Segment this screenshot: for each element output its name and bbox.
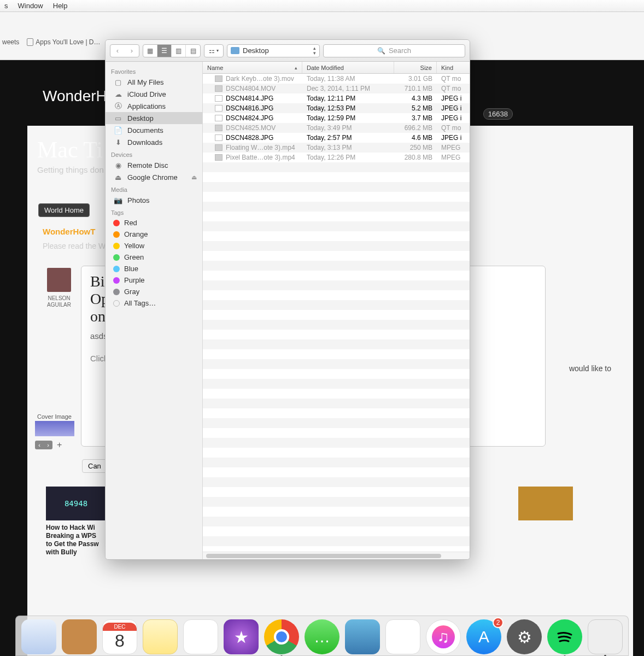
file-kind: QT mo — [437, 85, 470, 92]
sidebar-item-desktop[interactable]: ▭Desktop — [106, 112, 202, 124]
dock: DEC8★…♫A2⚙ — [15, 616, 629, 656]
tag-dot-icon — [113, 300, 120, 307]
file-icon — [215, 105, 223, 112]
file-size: 696.2 MB — [394, 124, 437, 132]
menu-item-help[interactable]: Help — [53, 2, 68, 10]
sidebar-item-all-my-files[interactable]: ▢All My Files — [106, 76, 202, 88]
sidebar-item-icloud-drive[interactable]: ☁iCloud Drive — [106, 88, 202, 100]
dock-app[interactable] — [588, 619, 623, 654]
sidebar-item-downloads[interactable]: ⬇Downloads — [106, 136, 202, 148]
horizontal-scrollbar[interactable] — [203, 552, 470, 559]
file-kind: MPEG — [437, 154, 470, 161]
dock-chrome[interactable] — [264, 619, 299, 654]
file-row[interactable]: DSCN4828.JPGToday, 2:57 PM4.6 MBJPEG i — [203, 133, 470, 143]
column-view-button[interactable]: ▥ — [172, 45, 186, 57]
download-icon: ⬇ — [113, 138, 123, 147]
arrange-button[interactable]: ⚏▾ — [204, 44, 224, 57]
cover-thumbnail[interactable] — [35, 421, 74, 436]
sidebar-item-green[interactable]: Green — [106, 251, 202, 263]
dock-messages[interactable]: … — [305, 619, 339, 654]
dock-notes[interactable] — [143, 619, 178, 654]
file-name: DSCN4814.JPG — [226, 95, 273, 102]
file-name: Pixel Batte…ote 3).mp4 — [226, 154, 295, 161]
cover-label: Cover Image — [37, 413, 72, 420]
file-row[interactable]: Pixel Batte…ote 3).mp4Today, 12:26 PM280… — [203, 153, 470, 162]
menu-item[interactable]: s — [4, 2, 8, 10]
tag-dot-icon — [113, 289, 120, 295]
back-button[interactable]: ‹ — [110, 45, 125, 57]
file-row[interactable]: DSCN4825.MOVToday, 3:49 PM696.2 MBQT mo — [203, 123, 470, 133]
dock-calendar[interactable]: DEC8 — [102, 619, 137, 654]
file-kind: MPEG — [437, 144, 470, 151]
world-home-button[interactable]: World Home — [38, 203, 90, 217]
bookmark-item[interactable]: weets — [2, 38, 19, 46]
dock-spotify[interactable] — [547, 619, 582, 654]
menu-item-window[interactable]: Window — [18, 2, 43, 10]
file-icon — [215, 95, 223, 102]
bookmark-item[interactable]: Apps You'll Love | D… — [27, 38, 100, 46]
dock-reminders[interactable] — [183, 619, 218, 654]
related-article-2[interactable] — [518, 487, 573, 520]
dock-pages[interactable] — [385, 619, 420, 654]
sidebar-item-purple[interactable]: Purple — [106, 274, 202, 286]
sidebar-item-gray[interactable]: Gray — [106, 286, 202, 297]
sidebar-item-all-tags-[interactable]: All Tags… — [106, 297, 202, 309]
sidebar-item-label: Photos — [127, 196, 149, 204]
search-input[interactable]: 🔍 Search — [323, 44, 465, 57]
dock-appstore[interactable]: A2 — [466, 619, 501, 654]
file-name: Floating W…ote 3).mp4 — [226, 144, 295, 151]
file-row[interactable]: DSCN4816.JPGToday, 12:53 PM5.2 MBJPEG i — [203, 103, 470, 113]
file-row[interactable]: DSCN4824.JPGToday, 12:59 PM3.7 MBJPEG i — [203, 113, 470, 123]
dock-area: DEC8★…♫A2⚙ — [0, 610, 644, 656]
column-name[interactable]: Name▴ — [203, 62, 302, 73]
sidebar-item-documents[interactable]: 📄Documents — [106, 124, 202, 136]
menubar[interactable]: s Window Help — [0, 0, 644, 12]
cover-pager[interactable]: ‹› + — [35, 440, 62, 450]
dock-mail[interactable] — [21, 619, 56, 654]
sidebar-item-yellow[interactable]: Yellow — [106, 240, 202, 251]
list-view-button[interactable]: ☰ — [157, 45, 172, 57]
sort-indicator-icon: ▴ — [295, 65, 297, 71]
coverflow-view-button[interactable]: ▤ — [186, 45, 200, 57]
sidebar-item-red[interactable]: Red — [106, 217, 202, 229]
column-kind[interactable]: Kind — [437, 62, 470, 73]
file-row[interactable]: Dark Keyb…ote 3).movToday, 11:38 AM3.01 … — [203, 74, 470, 84]
dock-imovie[interactable]: ★ — [224, 619, 259, 654]
cancel-button[interactable]: Can — [82, 459, 107, 473]
folder-icon — [231, 47, 239, 54]
scrollbar-thumb[interactable] — [206, 554, 441, 558]
dock-photobooth[interactable] — [345, 619, 380, 654]
sidebar-item-blue[interactable]: Blue — [106, 263, 202, 274]
dock-settings[interactable]: ⚙ — [507, 619, 542, 654]
calendar-month: DEC — [103, 623, 137, 631]
sidebar-item-label: Applications — [127, 102, 166, 110]
dock-contacts[interactable] — [62, 619, 97, 654]
file-row[interactable]: DSCN4814.JPGToday, 12:11 PM4.3 MBJPEG i — [203, 93, 470, 103]
file-row[interactable]: DSCN4804.MOVDec 3, 2014, 1:11 PM710.1 MB… — [203, 84, 470, 93]
add-cover-button[interactable]: + — [57, 440, 62, 450]
eject-icon[interactable]: ⏏ — [191, 174, 197, 181]
file-row[interactable]: Floating W…ote 3).mp4Today, 3:13 PM250 M… — [203, 143, 470, 153]
next-icon[interactable]: › — [44, 441, 52, 449]
tag-dot-icon — [113, 231, 120, 238]
doc-icon: 📄 — [113, 126, 123, 134]
author-box[interactable]: NELSON AGUILAR — [43, 268, 75, 308]
icon-view-button[interactable]: ▦ — [143, 45, 157, 57]
author-name: NELSON AGUILAR — [43, 295, 75, 308]
sidebar-item-photos[interactable]: 📷Photos — [106, 194, 202, 206]
sidebar-item-applications[interactable]: ⒶApplications — [106, 100, 202, 112]
column-date[interactable]: Date Modified — [302, 62, 394, 73]
file-rows[interactable]: Dark Keyb…ote 3).movToday, 11:38 AM3.01 … — [203, 74, 470, 552]
sidebar-item-google-chrome[interactable]: ⏏Google Chrome⏏ — [106, 171, 202, 183]
sidebar-item-orange[interactable]: Orange — [106, 229, 202, 240]
forward-button[interactable]: › — [125, 45, 139, 57]
path-selector[interactable]: Desktop ▴▾ — [227, 44, 320, 57]
cloud-icon: ☁ — [113, 90, 123, 98]
prev-icon[interactable]: ‹ — [35, 441, 44, 449]
finder-window[interactable]: ‹ › ▦ ☰ ▥ ▤ ⚏▾ Desktop ▴▾ 🔍 Search Favor… — [105, 39, 470, 560]
sidebar-item-remote-disc[interactable]: ◉Remote Disc — [106, 159, 202, 171]
dock-itunes[interactable]: ♫ — [426, 619, 461, 654]
column-size[interactable]: Size — [394, 62, 437, 73]
nav-buttons: ‹ › — [110, 44, 139, 57]
avatar — [47, 268, 71, 292]
